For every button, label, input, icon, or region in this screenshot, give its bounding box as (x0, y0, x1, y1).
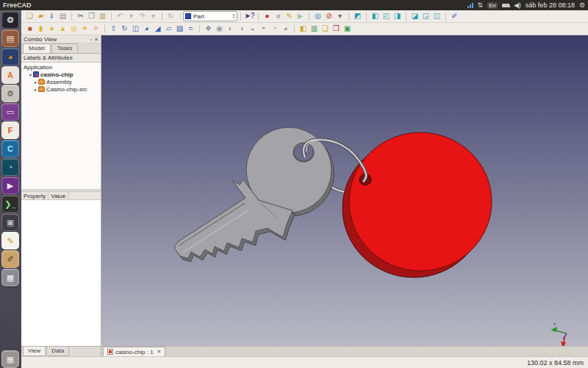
clock[interactable]: sáb feb 28 08:18 (526, 1, 575, 9)
print-button[interactable]: ▤ (57, 11, 68, 22)
tree-item-assembly[interactable]: ▸ Assembly (21, 78, 101, 85)
launcher-terminal[interactable]: ❯_ (1, 195, 19, 213)
undo-button[interactable]: ↶ (115, 11, 126, 22)
launcher-freecad[interactable]: F (1, 121, 19, 139)
launcher-browser-app[interactable]: ◔ (1, 158, 19, 176)
launcher-files[interactable]: ▤ (1, 29, 19, 47)
refresh-button[interactable]: ↻ (165, 11, 176, 22)
paste-button[interactable]: ▥ (97, 11, 108, 22)
launcher-media-app[interactable]: ▭ (1, 103, 19, 121)
tab-view[interactable]: View (23, 347, 46, 356)
tree-item-casino-chip-src[interactable]: ▸ Casino-chip-src (21, 85, 101, 93)
part-offset-3d-button[interactable]: ❑ (320, 24, 331, 35)
launcher-text-editor[interactable]: ✎ (1, 232, 19, 250)
part-compound-button[interactable]: ❖ (203, 24, 214, 35)
3d-viewport[interactable]: x (101, 35, 588, 346)
part-thickness-button[interactable]: ▣ (342, 24, 353, 35)
measure-button[interactable]: ✐ (449, 11, 460, 22)
workbench-selector[interactable]: Part ▲▼ (183, 11, 237, 21)
fit-all-button[interactable]: ◎ (312, 11, 323, 22)
cut-button[interactable]: ✂ (75, 11, 86, 22)
part-fillet-button[interactable]: ◕ (141, 24, 152, 35)
tab-tasks[interactable]: Tasks (51, 43, 78, 53)
part-shapebuilder-button[interactable]: ✧ (90, 24, 101, 35)
part-cylinder-button[interactable]: ▮ (35, 24, 46, 35)
battery-icon[interactable] (502, 4, 509, 7)
property-table-body[interactable] (21, 200, 101, 346)
part-section-button[interactable]: ◧ (298, 24, 309, 35)
whats-this-button[interactable]: ➤? (244, 11, 255, 22)
tree-item-casino-chip[interactable]: ▾ casino-chip (21, 71, 101, 78)
macro-play-button[interactable]: ▶ (295, 11, 306, 22)
network-icon[interactable]: ⇅ (478, 2, 484, 9)
tab-model[interactable]: Model (23, 43, 51, 53)
launcher-dark-app[interactable]: ▣ (1, 213, 19, 231)
redo-button[interactable]: ↷ (137, 11, 148, 22)
document-tab[interactable]: casino-chip : 1 ✕ (103, 347, 165, 356)
part-revolve-button[interactable]: ↻ (119, 24, 130, 35)
part-ruled-surface-button[interactable]: ▱ (163, 24, 174, 35)
panel-float-button[interactable]: ▫ (90, 37, 92, 42)
tree-header: Labels & Attributes (21, 54, 101, 63)
redo-dropdown[interactable]: ▾ (148, 11, 159, 22)
macro-stop-button[interactable]: ■ (273, 11, 284, 22)
draw-style-dropdown[interactable]: ▾ (334, 11, 345, 22)
part-offset-2d-button[interactable]: ❒ (331, 24, 342, 35)
launcher-code-app[interactable]: C (1, 140, 19, 158)
view-top-button[interactable]: ◰ (381, 11, 392, 22)
part-mirror-button[interactable]: ◫ (130, 24, 141, 35)
launcher-video-player[interactable]: ▶ (1, 177, 19, 194)
save-button[interactable]: ⇓ (46, 11, 57, 22)
part-cross-sections-button[interactable]: ▥ (309, 24, 320, 35)
launcher-dash-home[interactable]: ❂ (1, 11, 19, 29)
macro-edit-button[interactable]: ✎ (284, 11, 295, 22)
tree-expand-arrow[interactable]: ▾ (28, 72, 33, 77)
part-connect-button[interactable]: ◓ (258, 24, 269, 35)
part-torus-button[interactable]: ◎ (68, 24, 79, 35)
launcher-trash[interactable]: ▦ (1, 350, 19, 368)
macro-record-button[interactable]: ● (262, 11, 273, 22)
tree-expand-arrow[interactable]: ▸ (33, 87, 38, 92)
document-tab-close-icon[interactable]: ✕ (157, 349, 162, 355)
part-union-button[interactable]: ◑ (236, 24, 247, 35)
view-rear-button[interactable]: ◪ (409, 11, 420, 22)
part-primitives-button[interactable]: ✦ (79, 24, 90, 35)
part-box-button[interactable]: ■ (24, 24, 35, 35)
part-boolean-button[interactable]: ◉ (214, 24, 225, 35)
launcher-firefox[interactable]: ◕ (1, 48, 19, 66)
part-sweep-button[interactable]: ≈ (185, 24, 196, 35)
part-cone-button[interactable]: ▲ (57, 24, 68, 35)
part-xor-button[interactable]: ◕ (280, 24, 291, 35)
session-gear-icon[interactable]: ⚙ (579, 2, 585, 9)
open-file-button[interactable]: ▰ (35, 11, 46, 22)
workbench-spinner[interactable]: ▲▼ (232, 13, 235, 19)
part-chamfer-button[interactable]: ◢ (152, 24, 163, 35)
launcher-extra-app[interactable]: ▦ (1, 269, 19, 286)
volume-icon[interactable]: ◀) (514, 2, 521, 9)
system-monitor-icon[interactable] (467, 2, 473, 8)
view-front-button[interactable]: ◧ (370, 11, 381, 22)
part-intersection-button[interactable]: ◒ (247, 24, 258, 35)
view-bottom-button[interactable]: ◲ (420, 11, 431, 22)
part-loft-button[interactable]: ▨ (174, 24, 185, 35)
draw-style-button[interactable]: ⊘ (323, 11, 334, 22)
part-cut-button[interactable]: ◐ (225, 24, 236, 35)
launcher-system-settings[interactable]: ⚙ (1, 85, 19, 102)
launcher-gimp[interactable]: ✐ (1, 250, 19, 268)
part-sphere-button[interactable]: ● (46, 24, 57, 35)
part-split-button[interactable]: ◔ (269, 24, 280, 35)
keyboard-layout-indicator[interactable]: En (487, 2, 498, 9)
view-right-button[interactable]: ◨ (392, 11, 403, 22)
tab-data[interactable]: Data (46, 347, 69, 356)
view-axonometric-button[interactable]: ◩ (352, 11, 363, 22)
panel-close-button[interactable]: ✕ (94, 37, 98, 42)
view-left-button[interactable]: ◫ (431, 11, 442, 22)
copy-button[interactable]: ❐ (86, 11, 97, 22)
undo-dropdown[interactable]: ▾ (126, 11, 137, 22)
tree-root-application[interactable]: Application (21, 63, 101, 71)
launcher-software-center[interactable]: A (1, 66, 19, 84)
part-extrude-button[interactable]: ⇧ (108, 24, 119, 35)
new-file-button[interactable]: ❏ (24, 11, 35, 22)
tree-expand-arrow[interactable]: ▸ (33, 79, 38, 85)
tree-item-icon (33, 71, 39, 77)
